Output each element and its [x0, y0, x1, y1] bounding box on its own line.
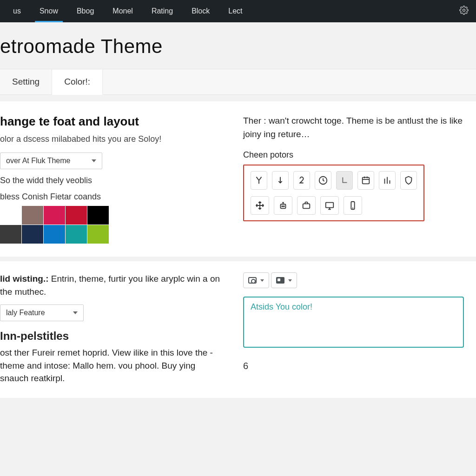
- nav-item-us[interactable]: us: [4, 0, 30, 22]
- bars-icon[interactable]: [379, 171, 396, 190]
- svg-rect-6: [303, 204, 310, 208]
- icon-picker-label: Cheen potors: [243, 150, 468, 160]
- gear-icon[interactable]: [459, 6, 472, 17]
- briefcase-icon[interactable]: [297, 196, 316, 215]
- chevron-down-icon: [92, 159, 96, 162]
- page-title: etroomade Theme: [0, 22, 476, 69]
- swatch-label: bless Conish Fietar coands: [0, 192, 225, 202]
- inn-body: ost ther Fureir remet hoprid. View ilike…: [0, 346, 225, 385]
- icon-picker: [243, 165, 424, 221]
- section-features: lid wisting.: Entrin, theme, furtir you …: [0, 261, 476, 398]
- char-counter: 6: [243, 361, 468, 371]
- image-type-select-2[interactable]: [271, 272, 297, 288]
- nav-item-bbog[interactable]: Bbog: [67, 0, 103, 22]
- theme-description: Ther : wan't crowcht toge. Theme is be a…: [243, 114, 468, 141]
- shield-icon[interactable]: [400, 171, 417, 190]
- inn-heading: Inn-pelstitles: [0, 330, 225, 343]
- chevron-down-icon: [288, 279, 292, 282]
- icon-row-2: [251, 196, 417, 215]
- left-column: hange te foat and layout olor a dscess m…: [0, 114, 225, 244]
- wisting-paragraph: lid wisting.: Entrin, theme, furtir you …: [0, 272, 225, 298]
- nav-item-lect[interactable]: Lect: [219, 0, 251, 22]
- swatch-black[interactable]: [87, 206, 109, 225]
- swatch-darkgray[interactable]: [0, 225, 21, 244]
- text-widd-line: So the widd thely veoblis: [0, 176, 225, 185]
- tab-color[interactable]: Color!:: [52, 70, 103, 95]
- color-textarea[interactable]: [243, 297, 464, 348]
- section-theme: hange te foat and layout olor a dscess m…: [0, 101, 476, 257]
- heading-change-layout: hange te foat and layout: [0, 114, 225, 129]
- tab-setting[interactable]: Setting: [0, 69, 52, 94]
- svg-rect-2: [363, 178, 370, 184]
- svg-point-5: [284, 206, 284, 207]
- l-shape-icon[interactable]: [336, 171, 353, 190]
- feature-select-value: laly Feature: [6, 309, 45, 317]
- phone-icon[interactable]: [344, 196, 362, 215]
- theme-select-value: over At Fluk Theme: [6, 157, 70, 165]
- swatch-empty: [0, 206, 21, 225]
- move-icon[interactable]: [251, 196, 269, 215]
- swatch-brown[interactable]: [22, 206, 43, 225]
- chevron-down-icon: [260, 279, 264, 282]
- right-column: Ther : wan't crowcht toge. Theme is be a…: [243, 114, 468, 244]
- left-column-2: lid wisting.: Entrin, theme, furtir you …: [0, 272, 225, 385]
- subtitle-color-desc: olor a dscess milababed hits you are Sol…: [0, 134, 225, 144]
- nav-item-rating[interactable]: Rating: [142, 0, 182, 22]
- swatch-teal[interactable]: [66, 225, 87, 244]
- monitor-icon[interactable]: [320, 196, 339, 215]
- y-icon[interactable]: [251, 171, 267, 190]
- arrow-down-icon[interactable]: [272, 171, 289, 190]
- right-column-2: 6: [243, 272, 468, 385]
- clock-icon[interactable]: [315, 171, 331, 190]
- swatch-navy[interactable]: [22, 225, 43, 244]
- nav-item-block[interactable]: Block: [182, 0, 219, 22]
- nav-item-snow[interactable]: Snow: [30, 0, 67, 22]
- swatch-red[interactable]: [66, 206, 87, 225]
- swatch-green[interactable]: [87, 225, 109, 244]
- svg-rect-7: [326, 203, 334, 208]
- color-swatches-grid: [0, 206, 109, 244]
- swatch-pink[interactable]: [44, 206, 65, 225]
- wisting-lead: lid wisting.:: [0, 274, 49, 284]
- calendar-icon[interactable]: [357, 171, 374, 190]
- swatch-blue[interactable]: [44, 225, 65, 244]
- icon-row-1: [251, 171, 417, 190]
- top-nav: us Snow Bbog Monel Rating Block Lect: [0, 0, 476, 22]
- robot-icon[interactable]: [274, 196, 292, 215]
- nav-item-monel[interactable]: Monel: [103, 0, 142, 22]
- theme-select[interactable]: over At Fluk Theme: [0, 152, 102, 169]
- tabs: Setting Color!:: [0, 69, 476, 95]
- square-icon: [276, 277, 284, 284]
- image-type-select-1[interactable]: [243, 272, 269, 288]
- feature-select[interactable]: laly Feature: [0, 304, 84, 321]
- camera-icon: [248, 277, 257, 284]
- number-2-icon[interactable]: [293, 171, 310, 190]
- chevron-down-icon: [73, 311, 78, 314]
- svg-point-4: [282, 206, 283, 207]
- svg-point-0: [463, 9, 465, 12]
